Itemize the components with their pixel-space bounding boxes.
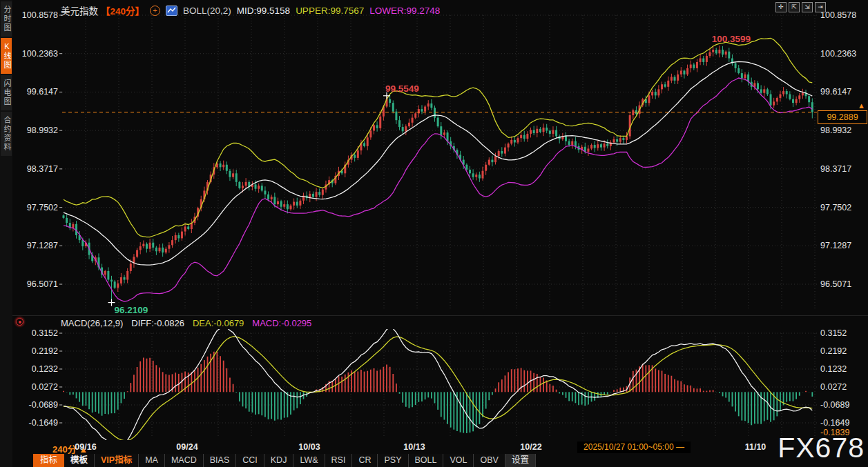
toolbar-vip-indicator[interactable]: VIP指标 (95, 454, 139, 467)
crosshair-tool-icon[interactable]: ✛ (775, 2, 787, 12)
svg-text:100.3599: 100.3599 (712, 34, 751, 44)
boll-mid-value: MID:99.5158 (237, 6, 290, 16)
x-axis-date-10-22: 10/22 (520, 442, 541, 452)
left-sidebar: 分时图K线图闪电图合约资料 (0, 0, 12, 467)
collapse-panel-icon[interactable]: ⇥ (815, 2, 826, 12)
price-up-arrow-icon: ▲ (858, 101, 865, 110)
toolbar-lw[interactable]: LW& (293, 454, 325, 467)
x-axis-date-09-24: 09/24 (176, 442, 197, 452)
macd-dea-value: DEA:-0.0679 (193, 318, 244, 328)
toolbar-rsi[interactable]: RSI (325, 454, 353, 467)
candle-time-tooltip: 2025/10/27 01:00~05:00 — (577, 441, 691, 453)
add-indicator-icon[interactable]: + (150, 6, 160, 16)
toolbar-vol[interactable]: VOL (443, 454, 474, 467)
scale-left-icon[interactable]: ⇱ (789, 2, 800, 12)
toolbar-obv[interactable]: OBV (474, 454, 505, 467)
toolbar-settings[interactable]: 设置 (505, 454, 536, 467)
macd-alert-icon (16, 318, 23, 326)
sidebar-tab-contract-info[interactable]: 合约资料 (1, 112, 12, 156)
macd-diff-value: DIFF:-0.0826 (131, 318, 184, 328)
x-axis-date-10-13: 10/13 (403, 442, 425, 452)
chart-type-icon[interactable] (166, 6, 177, 16)
macd-hist-value: MACD:-0.0295 (252, 318, 311, 328)
toolbar-cr[interactable]: CR (352, 454, 378, 467)
toolbar-bias[interactable]: BIAS (204, 454, 237, 467)
kline-chart-canvas[interactable]: 96.210999.5549100.3599 (0, 0, 868, 467)
macd-indicator-label: MACD(26,12,9) (61, 318, 123, 328)
boll-upper-value: UPPER:99.7567 (296, 6, 364, 16)
toolbar-ma[interactable]: MA (139, 454, 165, 467)
scale-right-icon[interactable]: ⇲ (802, 2, 813, 12)
sidebar-tab-kline-chart[interactable]: K线图 (1, 38, 12, 74)
toolbar-kdj[interactable]: KDJ (264, 454, 294, 467)
macd-header: MACD(26,12,9) DIFF:-0.0826 DEA:-0.0679 M… (61, 318, 311, 328)
x-axis-date-11-10: 11/10 (745, 442, 766, 452)
sidebar-tab-lightning-chart[interactable]: 闪电图 (1, 75, 12, 110)
toolbar-boll[interactable]: BOLL (409, 454, 444, 467)
boll-indicator-label: BOLL(20,2) (183, 6, 231, 16)
chart-window-buttons: ✛⇱⇲⇥ (775, 2, 826, 12)
toolbar-macd[interactable]: MACD (165, 454, 204, 467)
symbol-title: 美元指数 (61, 3, 98, 17)
chart-header: 美元指数 【240分】 + BOLL(20,2) MID:99.5158 UPP… (61, 4, 440, 17)
indicator-toolbar: 指标模板VIP指标MAMACDBIASCCIKDJLW&RSICRPSYBOLL… (33, 454, 536, 467)
last-price-tag: 99.2889 (818, 110, 867, 124)
period-label: 【240分】 (101, 3, 144, 17)
boll-lower-value: LOWER:99.2748 (369, 6, 440, 16)
fx678-watermark: FX678 (778, 432, 865, 464)
toolbar-template[interactable]: 模板 (64, 454, 95, 467)
sidebar-tab-time-chart[interactable]: 分时图 (1, 1, 12, 37)
toolbar-psy[interactable]: PSY (378, 454, 408, 467)
x-axis-date-10-03: 10/03 (298, 442, 320, 452)
x-axis-date-09-16: 09/16 (75, 442, 96, 452)
toolbar-indicator[interactable]: 指标 (33, 454, 64, 467)
svg-text:96.2109: 96.2109 (115, 305, 148, 315)
svg-text:99.5549: 99.5549 (385, 83, 419, 94)
toolbar-cci[interactable]: CCI (236, 454, 264, 467)
